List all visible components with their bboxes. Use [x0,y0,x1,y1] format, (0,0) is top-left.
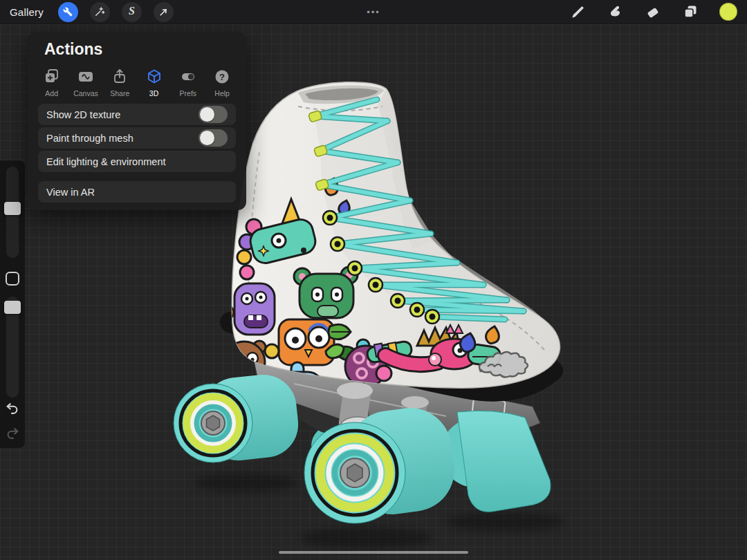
wrench-icon [63,7,73,17]
help-icon: ? [213,68,231,86]
home-indicator[interactable] [279,551,468,554]
actions-button[interactable] [58,2,78,22]
brush-sidebar [0,160,25,448]
add-icon [43,68,61,86]
tab-add[interactable]: Add [35,68,68,97]
gallery-button[interactable]: Gallery [10,6,44,18]
row-view-in-ar[interactable]: View in AR [38,181,236,203]
prefs-toggle-icon [179,68,197,86]
selection-button[interactable]: S [122,2,142,22]
redo-icon [5,426,20,441]
brush-size-handle[interactable] [4,202,21,215]
row-show-2d-texture[interactable]: Show 2D texture [38,104,236,125]
top-toolbar: Gallery S [0,0,747,24]
canvas-icon [77,68,95,86]
magic-wand-icon [93,6,106,18]
paint-brush-icon[interactable] [570,3,587,20]
actions-tabs: Add Canvas Share 3D [35,68,239,97]
canvas-options-dots[interactable]: ••• [367,0,380,24]
skate-toe-stop [457,411,551,512]
toggle-knob [200,131,214,145]
layers-icon[interactable] [682,3,699,20]
share-icon [111,68,129,86]
smudge-icon[interactable] [607,3,624,20]
skate-wheel-rear-left [174,371,302,463]
tab-share[interactable]: Share [103,68,137,97]
undo-icon [5,401,20,416]
modify-button[interactable] [6,272,19,286]
cube-3d-icon [145,68,163,86]
active-color-swatch[interactable] [719,3,737,21]
panel-title: Actions [44,40,102,59]
opacity-handle[interactable] [4,301,21,314]
tab-prefs[interactable]: Prefs [171,68,205,97]
eraser-icon[interactable] [645,3,661,20]
actions-panel: Actions Add Canvas Share [28,32,246,210]
transform-button[interactable] [154,2,174,22]
tab-canvas[interactable]: Canvas [68,68,102,97]
procreate-app: Gallery S [0,0,747,560]
adjustments-button[interactable] [90,2,110,22]
show-2d-texture-toggle[interactable] [199,106,228,123]
svg-text:?: ? [219,72,225,82]
paint-through-mesh-toggle[interactable] [199,129,228,147]
selection-s-icon: S [129,6,135,17]
toggle-knob [200,107,214,122]
undo-button[interactable] [5,401,20,419]
row-paint-through-mesh[interactable]: Paint through mesh [38,127,236,149]
redo-button[interactable] [5,426,20,444]
tab-3d[interactable]: 3D [137,68,171,97]
tab-help[interactable]: ? Help [205,68,239,97]
transform-arrow-icon [158,6,169,18]
row-edit-lighting[interactable]: Edit lighting & environment [38,151,236,172]
